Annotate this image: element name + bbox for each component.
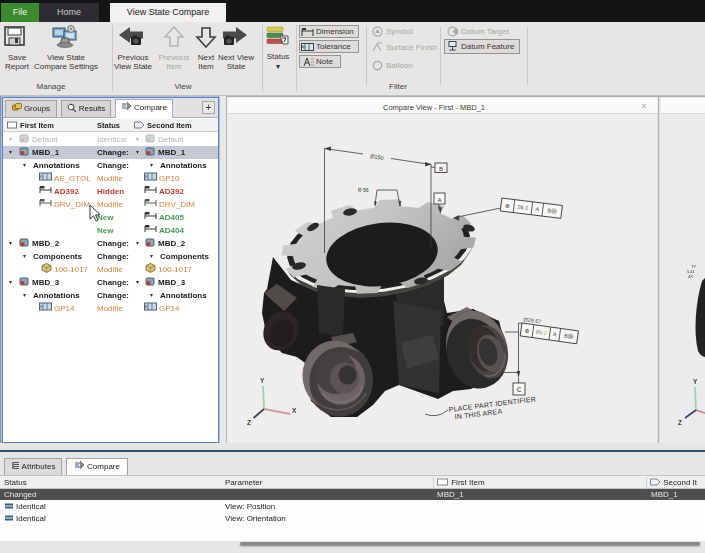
- svg-text:X: X: [292, 407, 297, 414]
- svg-text:B: B: [439, 166, 443, 172]
- svg-text:C: C: [517, 386, 522, 393]
- svg-text:Y: Y: [693, 378, 698, 385]
- svg-text:Y: Y: [260, 377, 265, 384]
- svg-text:×: ×: [642, 101, 647, 111]
- svg-text:A: A: [437, 197, 441, 203]
- svg-text:4X: 4X: [688, 274, 693, 279]
- svg-text:R 56: R 56: [358, 187, 369, 193]
- svg-text:⊕: ⊕: [524, 327, 530, 334]
- svg-text:Z: Z: [678, 419, 682, 426]
- svg-text:⊕: ⊕: [505, 203, 511, 210]
- svg-text:BⓂ: BⓂ: [547, 207, 557, 214]
- svg-text:Z: Z: [247, 419, 251, 426]
- svg-text:Compare View - First - MBD_1: Compare View - First - MBD_1: [383, 103, 485, 112]
